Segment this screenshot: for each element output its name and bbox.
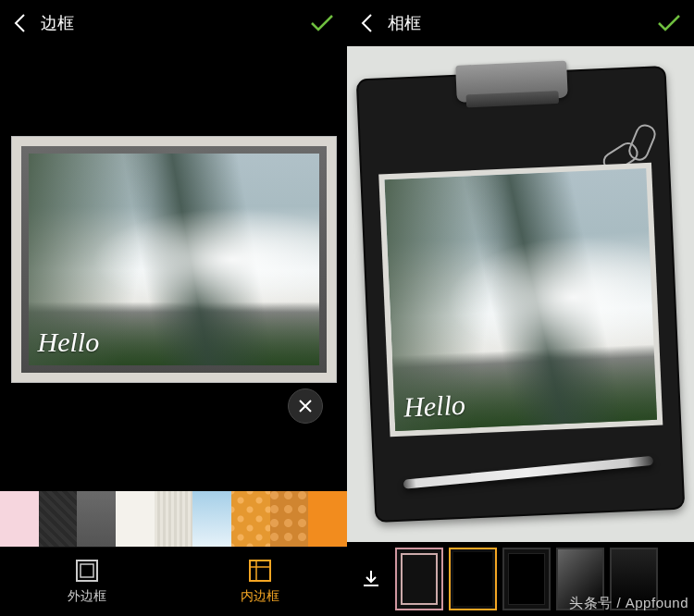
frame-thumb-spotlight[interactable] [556,548,604,610]
frame-thumb-thin-black[interactable] [502,548,551,610]
photo-overlay-text: Hello [38,326,100,358]
swatch-autumn-leaves[interactable] [270,491,309,547]
swatch-gray-concrete[interactable] [77,491,116,547]
swatch-off-white[interactable] [116,491,155,547]
tab-label: 外边框 [68,588,106,605]
pen-decoration [403,456,654,489]
swatch-sky-blue[interactable] [192,491,231,547]
tab-outer-frame[interactable]: 外边框 [0,548,174,616]
inner-frame: Hello [21,146,327,373]
svg-rect-1 [81,564,93,577]
swatch-solid-orange[interactable] [308,491,347,547]
tab-inner-frame[interactable]: 内边框 [174,548,348,616]
clipboard-frame: Hello [356,66,686,523]
download-icon[interactable] [353,561,390,598]
frame-thumb-clipboard-black[interactable] [449,548,497,610]
bottom-tabs: 外边框 内边框 [0,547,347,616]
photo-overlay-text: Hello [403,389,465,424]
inner-mat: Hello [378,163,663,437]
back-icon[interactable] [360,13,373,33]
swatch-orange-hearts[interactable] [231,491,270,547]
swatch-pink-floral[interactable] [0,491,39,547]
frame-thumb-pink-double[interactable] [395,548,443,610]
svg-rect-2 [250,561,270,581]
confirm-icon[interactable] [310,14,334,32]
clipboard-clip [455,61,568,103]
frame-texture-row[interactable] [0,491,347,547]
header: 相框 [347,0,694,46]
frame-thumbnail-bar: 头条号 / Appfound [347,542,694,616]
outer-frame: Hello [12,137,336,382]
frame-thumb-plain-dark[interactable] [610,548,658,610]
photo-preview: Hello [29,154,319,365]
photo-preview: Hello [384,168,657,431]
page-title: 相框 [388,12,642,34]
close-button[interactable] [288,388,323,424]
swatch-dark-stone[interactable] [39,491,78,547]
swatch-white-stripe[interactable] [155,491,193,547]
confirm-icon[interactable] [657,14,681,32]
back-icon[interactable] [13,13,26,33]
left-screen: 边框 Hello [0,0,347,616]
right-screen: 相框 Hello [347,0,694,616]
preview-area: Hello [347,46,694,542]
header: 边框 [0,0,347,46]
tab-label: 内边框 [241,588,279,605]
preview-area: Hello [0,46,347,473]
page-title: 边框 [41,12,295,34]
